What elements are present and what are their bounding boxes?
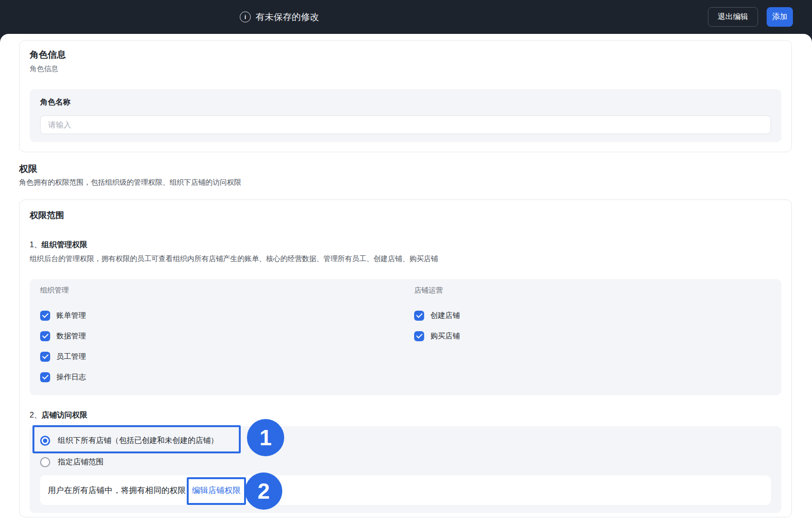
radio-unselected-icon[interactable] <box>40 457 50 467</box>
checkbox-checked-icon[interactable] <box>40 372 50 382</box>
radio-all-stores[interactable]: 组织下所有店铺（包括已创建和未创建的店铺） <box>40 433 218 448</box>
checkbox-row-create-store[interactable]: 创建店铺 <box>414 310 460 321</box>
store-access-heading: 2、店铺访问权限 <box>30 410 87 420</box>
checkbox-row-billing[interactable]: 账单管理 <box>40 310 86 321</box>
top-bar: i 有未保存的修改 退出编辑 添加 <box>0 0 812 34</box>
checkbox-label: 创建店铺 <box>430 311 460 321</box>
checkbox-checked-icon[interactable] <box>414 311 424 321</box>
exit-edit-button[interactable]: 退出编辑 <box>708 7 758 27</box>
org-manage-column-header: 组织管理 <box>40 286 69 295</box>
role-info-subtitle: 角色信息 <box>30 64 58 73</box>
checkbox-label: 账单管理 <box>56 311 86 321</box>
role-name-input[interactable] <box>40 115 771 134</box>
info-icon: i <box>240 11 251 22</box>
same-permission-note-row: 用户在所有店铺中，将拥有相同的权限 编辑店铺权限 <box>40 475 771 505</box>
role-edit-page: i 有未保存的修改 退出编辑 添加 角色信息 角色信息 角色名称 权限 角色拥有… <box>0 0 812 524</box>
store-access-title: 店铺访问权限 <box>42 411 87 419</box>
checkbox-checked-icon[interactable] <box>40 311 50 321</box>
unsaved-changes-banner: i 有未保存的修改 <box>240 0 319 34</box>
same-permission-note: 用户在所有店铺中，将拥有相同的权限 <box>48 485 186 496</box>
checkbox-row-buy-store[interactable]: 购买店铺 <box>414 330 460 342</box>
role-info-title: 角色信息 <box>30 49 66 61</box>
edit-store-permission-link[interactable]: 编辑店铺权限 <box>192 485 241 496</box>
store-access-index: 2、 <box>30 411 42 419</box>
checkbox-row-data[interactable]: 数据管理 <box>40 330 86 342</box>
radio-label: 指定店铺范围 <box>58 457 104 467</box>
checkbox-label: 员工管理 <box>56 352 86 362</box>
store-operation-column-header: 店铺运营 <box>414 286 443 295</box>
checkbox-label: 数据管理 <box>56 331 86 341</box>
org-permission-description: 组织后台的管理权限，拥有权限的员工可查看组织内所有店铺产生的账单、核心的经营数据… <box>30 254 438 263</box>
radio-label: 组织下所有店铺（包括已创建和未创建的店铺） <box>58 436 218 446</box>
permissions-subtitle: 角色拥有的权限范围，包括组织级的管理权限、组织下店铺的访问权限 <box>19 178 241 187</box>
checkbox-checked-icon[interactable] <box>40 352 50 362</box>
radio-selected-icon[interactable] <box>40 436 50 446</box>
checkbox-checked-icon[interactable] <box>40 331 50 341</box>
role-name-label: 角色名称 <box>40 97 71 107</box>
unsaved-changes-text: 有未保存的修改 <box>256 11 319 23</box>
org-permission-panel: 组织管理 账单管理 数据管理 员工管理 操作日志 店铺运营 创建店铺 购买店铺 <box>30 279 781 395</box>
checkbox-row-staff[interactable]: 员工管理 <box>40 351 86 362</box>
checkbox-label: 购买店铺 <box>430 331 460 341</box>
org-permission-heading: 1、组织管理权限 <box>30 240 87 250</box>
add-button[interactable]: 添加 <box>767 7 793 27</box>
radio-specified-stores[interactable]: 指定店铺范围 <box>40 454 104 470</box>
checkbox-checked-icon[interactable] <box>414 331 424 341</box>
checkbox-label: 操作日志 <box>56 372 86 382</box>
permission-scope-title: 权限范围 <box>30 210 64 221</box>
permissions-title: 权限 <box>19 163 37 175</box>
org-permission-title: 组织管理权限 <box>42 241 87 249</box>
checkbox-row-oplog[interactable]: 操作日志 <box>40 371 86 383</box>
org-permission-index: 1、 <box>30 241 42 249</box>
